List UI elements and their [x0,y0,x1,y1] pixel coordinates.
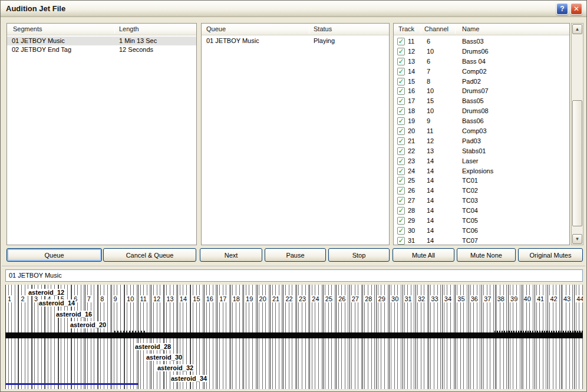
mute-all-button[interactable]: Mute All [393,248,454,262]
track-row[interactable]: ✓2614TC02 [394,186,569,196]
track-mute-checkbox[interactable]: ✓ [397,48,405,55]
track-channel: 10 [427,86,434,96]
track-channel: 8 [427,77,430,87]
track-channel: 14 [427,236,434,245]
scroll-up-icon: ▲ [575,27,580,32]
track-row[interactable]: ✓2011Comp03 [394,126,569,136]
scroll-up-button[interactable]: ▲ [572,24,582,34]
track-name: Comp02 [462,67,487,77]
track-name: Pad02 [462,77,481,87]
mute-none-button[interactable]: Mute None [457,248,516,262]
status-column-header[interactable]: Status [314,25,332,32]
track-row[interactable]: ✓3014TC06 [394,226,569,236]
track-mute-checkbox[interactable]: ✓ [397,127,405,135]
original-mutes-button[interactable]: Original Mutes [518,248,583,262]
queue-button[interactable]: Queue [6,248,102,262]
name-column-header[interactable]: Name [462,25,479,32]
track-row[interactable]: ✓158Pad02 [394,77,569,87]
pause-button[interactable]: Pause [265,248,326,262]
track-mute-checkbox[interactable]: ✓ [397,207,405,215]
help-button[interactable]: ? [556,3,568,15]
column-divider[interactable] [114,25,115,34]
tracks-panel-header: Track Channel Name [394,24,569,35]
scrollbar-thumb[interactable] [572,100,582,226]
track-name: Comp03 [462,126,487,136]
track-mute-checkbox[interactable]: ✓ [397,68,405,75]
segments-panel: Segments Length 01 JETBOY Music1 Min 13 … [6,23,197,245]
track-number: 21 [408,136,415,146]
track-mute-checkbox[interactable]: ✓ [397,177,405,185]
length-column-header[interactable]: Length [119,25,139,32]
column-divider[interactable] [421,25,421,34]
track-number: 17 [408,96,415,106]
track-row[interactable]: ✓1810Drums08 [394,106,569,116]
cancel-and-queue-button[interactable]: Cancel & Queue [103,248,196,262]
track-mute-checkbox[interactable]: ✓ [397,97,405,105]
track-mute-checkbox[interactable]: ✓ [397,217,405,225]
tracks-list: ✓116Bass03✓1210Drums06✓136Bass 04✓147Com… [394,37,569,245]
track-mute-checkbox[interactable]: ✓ [397,187,405,195]
track-mute-checkbox[interactable]: ✓ [397,78,405,85]
track-mute-checkbox[interactable]: ✓ [397,167,405,175]
track-mute-checkbox[interactable]: ✓ [397,58,405,65]
queue-column-header[interactable]: Queue [206,25,226,32]
title-bar[interactable]: Audition Jet File ? ✕ [1,1,586,17]
track-mute-checkbox[interactable]: ✓ [397,87,405,95]
column-divider[interactable] [455,25,456,34]
segment-row[interactable]: 01 JETBOY Music1 Min 13 Sec [7,37,196,45]
track-channel: 6 [427,57,430,67]
track-row[interactable]: ✓1715Bass05 [394,96,569,106]
track-mute-checkbox[interactable]: ✓ [397,237,405,245]
track-row[interactable]: ✓147Comp02 [394,67,569,77]
column-divider[interactable] [309,25,309,34]
track-mute-checkbox[interactable]: ✓ [397,227,405,235]
track-number: 22 [408,146,415,156]
track-row[interactable]: ✓1210Drums06 [394,47,569,57]
track-mute-checkbox[interactable]: ✓ [397,157,405,165]
track-channel: 6 [427,37,430,47]
track-row[interactable]: ✓1610Drums07 [394,86,569,96]
track-row[interactable]: ✓2112Pad03 [394,136,569,146]
track-number: 13 [408,57,415,67]
track-row[interactable]: ✓3114TC07 [394,236,569,245]
segment-length: 12 Seconds [119,45,153,54]
track-mute-checkbox[interactable]: ✓ [397,107,405,115]
track-row[interactable]: ✓2314Laser [394,156,569,166]
track-name: TC04 [462,206,478,216]
region-label: asteroid_20 [70,321,107,328]
track-mute-checkbox[interactable]: ✓ [397,117,405,125]
queue-row[interactable]: 01 JETBOY MusicPlaying [202,37,389,45]
track-mute-checkbox[interactable]: ✓ [397,38,405,45]
track-row[interactable]: ✓2914TC05 [394,216,569,226]
scroll-down-button[interactable]: ▼ [572,234,582,244]
track-number: 15 [408,77,415,87]
track-row[interactable]: ✓2213Stabs01 [394,146,569,156]
track-mute-checkbox[interactable]: ✓ [397,147,405,155]
track-number: 11 [408,37,414,47]
channel-column-header[interactable]: Channel [424,25,449,32]
track-name: TC07 [462,236,478,245]
help-icon: ? [560,5,564,13]
track-row[interactable]: ✓2814TC04 [394,206,569,216]
track-row[interactable]: ✓2714TC03 [394,196,569,206]
segment-row[interactable]: 02 JETBOY End Tag12 Seconds [7,45,196,54]
tracks-scrollbar[interactable]: ▲ ▼ [571,23,583,245]
segments-column-header[interactable]: Segments [13,25,42,32]
track-row[interactable]: ✓2414Explosions [394,166,569,176]
track-mute-checkbox[interactable]: ✓ [397,197,405,205]
close-button[interactable]: ✕ [570,3,582,15]
track-channel: 14 [427,156,434,166]
stop-button[interactable]: Stop [328,248,390,262]
track-row[interactable]: ✓136Bass 04 [394,57,569,67]
next-button[interactable]: Next [200,248,262,262]
track-row[interactable]: ✓2514TC01 [394,176,569,186]
queue-list: 01 JETBOY MusicPlaying [202,37,389,245]
track-mute-checkbox[interactable]: ✓ [397,137,405,145]
current-segment-field[interactable]: 01 JETBOY Music [5,269,583,282]
track-row[interactable]: ✓116Bass03 [394,37,569,47]
segment-name: 01 JETBOY Music [12,37,65,45]
separator-groove [2,266,585,267]
track-row[interactable]: ✓199Bass06 [394,116,569,126]
track-channel: 14 [427,196,434,206]
track-column-header[interactable]: Track [398,25,414,32]
